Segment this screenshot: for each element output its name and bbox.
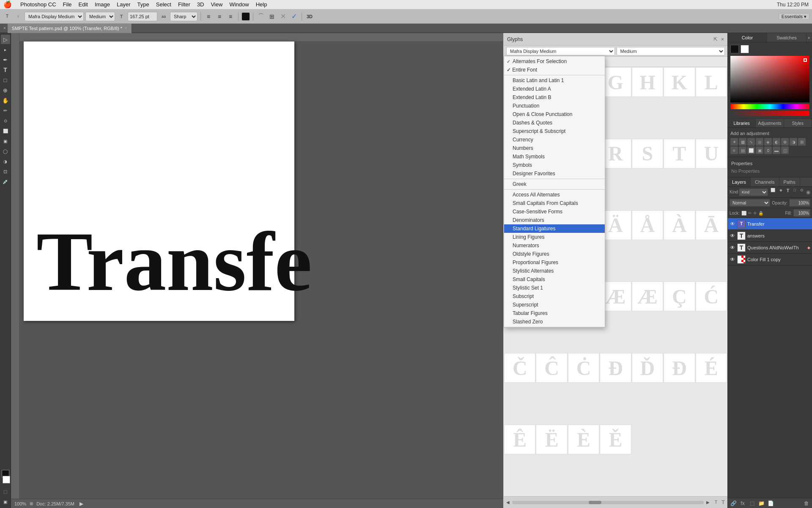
lock-position-icon[interactable]: ✛ (753, 211, 757, 215)
dropdown-slashed-zero[interactable]: Slashed Zero (504, 318, 605, 326)
tab-styles[interactable]: Styles (784, 119, 812, 127)
glyph-cell-11[interactable]: S (632, 139, 663, 168)
layer-questions[interactable]: 👁 T Questions ANdNoWwITh ◆ (728, 242, 812, 254)
foreground-swatch[interactable] (730, 45, 739, 53)
stamp-tool[interactable]: ⊙ (1, 116, 10, 125)
brush-tool[interactable]: ✏ (1, 106, 10, 115)
adj-levels[interactable]: ▦ (739, 138, 746, 146)
glyph-cell-30[interactable]: Ċ (568, 353, 599, 383)
shape-tool[interactable]: □ (1, 75, 10, 85)
adj-photo-filter[interactable]: ⊞ (798, 138, 806, 146)
glyph-cell-13[interactable]: U (696, 139, 727, 168)
filter-pixel[interactable]: ⬜ (769, 188, 777, 196)
dropdown-access-all-alternates[interactable]: Access All Alternates (504, 190, 605, 199)
aa-method-select[interactable]: Sharp (170, 12, 198, 21)
filter-shape[interactable]: □ (792, 188, 798, 196)
menu-layer[interactable]: Layer (113, 0, 134, 8)
menu-3d[interactable]: 3D (194, 0, 208, 8)
adj-posterize[interactable]: ▣ (756, 146, 763, 154)
glyph-cell-29[interactable]: Ĉ (536, 353, 567, 383)
delete-layer-btn[interactable]: 🗑 (803, 500, 810, 507)
filter-smart[interactable]: ⊙ (798, 188, 805, 196)
menu-view[interactable]: View (207, 0, 226, 8)
dropdown-extended-latin-b[interactable]: Extended Latin B (504, 93, 605, 102)
dropdown-superscript-subscript[interactable]: Superscript & Subscript (504, 127, 605, 135)
eyedropper-tool[interactable]: 💉 (1, 177, 10, 186)
glyph-filter-dropdown[interactable]: Alternates For Selection ✓ Entire Font B… (504, 56, 605, 328)
menu-window[interactable]: Window (226, 0, 252, 8)
glyph-style-select[interactable]: Medium (617, 47, 725, 55)
type-tool[interactable]: T (1, 65, 10, 75)
crop-tool[interactable]: ⊡ (1, 167, 10, 176)
menu-edit[interactable]: Edit (75, 0, 91, 8)
font-size-input[interactable] (128, 12, 157, 21)
glyph-cell-33[interactable]: Đ (664, 353, 695, 383)
glyph-cell-34[interactable]: É (696, 353, 727, 383)
dropdown-currency[interactable]: Currency (504, 135, 605, 144)
document-tab[interactable]: SMPTE Test pattern.psd @ 100% (Transfer,… (8, 24, 132, 33)
glyph-font-select[interactable]: Mafra Display Medium (506, 47, 615, 55)
layer-transfer[interactable]: 👁 T Transfer (728, 218, 812, 230)
glyph-cell-28[interactable]: Č (504, 353, 535, 383)
scroll-right-btn[interactable]: ▶ (706, 500, 710, 505)
direct-select-tool[interactable]: ▸ (1, 45, 10, 54)
new-group-btn[interactable]: 📁 (757, 500, 765, 507)
dropdown-extended-latin-a[interactable]: Extended Latin A (504, 85, 605, 93)
glyph-cell-19[interactable]: À (664, 210, 695, 240)
menu-image[interactable]: Image (91, 0, 113, 8)
background-color[interactable] (3, 476, 10, 483)
hand-tool[interactable]: ✋ (1, 96, 10, 105)
tab-close-all[interactable]: × (3, 26, 6, 30)
adj-exposure[interactable]: ◎ (756, 138, 763, 146)
cancel-button[interactable]: ✕ (278, 12, 288, 21)
link-layers-btn[interactable]: 🔗 (730, 500, 737, 507)
dropdown-standard-ligatures[interactable]: Standard Ligatures (504, 224, 605, 233)
adj-invert[interactable]: ⬜ (747, 146, 755, 154)
glyph-cell-12[interactable]: T (664, 139, 695, 168)
adj-gradient-map[interactable]: ▬ (773, 146, 780, 154)
menu-type[interactable]: Type (134, 0, 153, 8)
tab-color[interactable]: Color (728, 33, 767, 42)
opacity-input[interactable] (789, 199, 810, 207)
filter-adjust[interactable]: ◈ (778, 188, 784, 196)
dropdown-case-sensitive-forms[interactable]: Case-Sensitive Forms (504, 207, 605, 216)
canvas-document[interactable]: Transfe (24, 41, 294, 321)
adj-vibrance[interactable]: ◈ (764, 138, 772, 146)
channels-tab[interactable]: Channels (751, 177, 779, 186)
dropdown-basic-latin[interactable]: Basic Latin and Latin 1 (504, 76, 605, 85)
gradient-tool[interactable]: ▣ (1, 136, 10, 146)
threed-btn[interactable]: 3D (305, 12, 314, 21)
glyph-size-icon-1[interactable]: T (715, 500, 717, 505)
quick-mask-tool[interactable]: ⬚ (1, 487, 10, 496)
color-swatch-btn[interactable] (241, 12, 250, 21)
layers-tab[interactable]: Layers (728, 177, 751, 186)
lock-transparency-icon[interactable]: ⬜ (741, 211, 746, 215)
glyph-cell-26[interactable]: Ç (664, 282, 695, 311)
glyph-cell-25[interactable]: Æ (632, 282, 663, 311)
color-gradient[interactable] (730, 56, 809, 102)
tab-swatches[interactable]: Swatches (767, 33, 807, 42)
adj-brightness[interactable]: ☀ (730, 138, 738, 146)
zoom-fit-btn[interactable]: ⊞ (30, 501, 33, 506)
dropdown-stylistic-set-1[interactable]: Stylistic Set 1 (504, 284, 605, 292)
selection-tool[interactable]: ▷ (1, 35, 10, 44)
screen-mode-tool[interactable]: ▣ (1, 497, 10, 506)
commit-button[interactable]: ✓ (289, 12, 299, 21)
dropdown-math-symbols[interactable]: Math Symbols (504, 152, 605, 161)
glyph-cell-37[interactable]: È (568, 425, 599, 454)
blend-mode-select[interactable]: Normal (730, 199, 770, 207)
essentials-select[interactable]: Essentials ▾ (779, 13, 809, 20)
glyphs-close-btn[interactable]: × (721, 36, 724, 42)
add-mask-btn[interactable]: ⬚ (748, 500, 756, 507)
scroll-track[interactable] (512, 501, 704, 504)
canvas-text-layer[interactable]: Transfe (36, 219, 312, 304)
adj-hsl[interactable]: ◐ (773, 138, 780, 146)
move-tool-icon[interactable]: ↑ (14, 12, 23, 21)
layer-filter-select[interactable]: Kind (739, 188, 768, 196)
layer-filter-toggle[interactable]: ◉ (806, 189, 810, 195)
align-center-icon[interactable]: ≡ (215, 12, 224, 21)
glyphs-expand-btn[interactable]: ⇱ (713, 36, 718, 42)
hue-slider[interactable] (730, 104, 809, 109)
adj-selective-color[interactable]: ◫ (781, 146, 789, 154)
font-style-select[interactable]: Medium (85, 12, 115, 21)
